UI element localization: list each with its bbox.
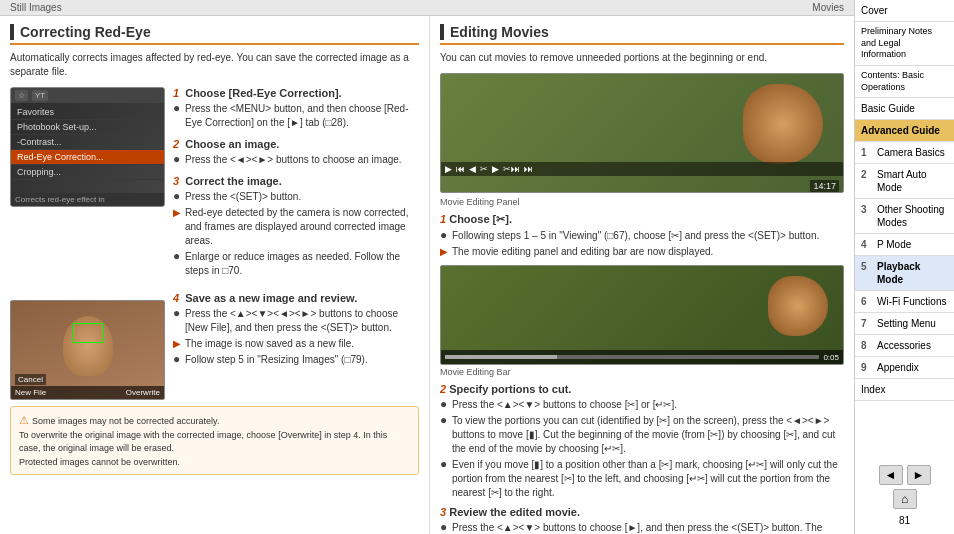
camera-tab2: YT [32,90,48,101]
movie-time-top: 14:17 [810,180,839,192]
movie-bar-track [445,355,819,359]
sidebar-cover-label: Cover [861,5,888,16]
redeye-correction-image: New File Overwrite Cancel [10,300,165,400]
sidebar-item-contents[interactable]: Contents: Basic Operations [855,66,954,98]
sidebar-item-advanced-guide[interactable]: Advanced Guide [855,120,954,142]
label-new-file: New File [15,388,46,397]
steps-1-3: 1 Choose [Red-Eye Correction]. ● Press t… [173,87,419,286]
sidebar-footer: ◄ ► ⌂ 81 [855,459,954,534]
menu-item-redeye: Red-Eye Correction... [11,150,164,165]
next-arrow-icon: ► [913,468,925,482]
sidebar-item-basic-guide[interactable]: Basic Guide [855,98,954,120]
step-4-bullet-3: ● Follow step 5 in "Resizing Images" (□7… [173,353,419,367]
right-step-3: 3 Review the edited movie. ● Press the <… [440,506,844,534]
content-area: Correcting Red-Eye Automatically correct… [0,16,854,534]
movie-bar-progress [445,355,557,359]
right-title-text: Editing Movies [450,24,549,40]
banner-still-images: Still Images [10,2,62,13]
left-subtitle: Automatically corrects images affected b… [10,51,419,79]
sidebar-item-smart-auto[interactable]: 2 Smart Auto Mode [855,164,954,199]
step-1: 1 Choose [Red-Eye Correction]. ● Press t… [173,87,419,130]
right-step-1-title: Choose [✂]. [449,213,512,225]
movie-editing-panel-image: ▶ ⏮ ◀ ✂ ▶ ✂⏭ ⏭ 14:17 [440,73,844,193]
movie-bar-bottom: 0:05 [441,350,843,364]
sidebar-item-wifi[interactable]: 6 Wi-Fi Functions [855,291,954,313]
redeye-label-bar: New File Overwrite [11,386,164,399]
warning-line-1: ⚠Some images may not be corrected accura… [19,412,410,429]
menu-item-contrast: -Contrast... [11,135,164,150]
sidebar-accessories-label: Accessories [877,339,931,352]
prev-page-button[interactable]: ◄ [879,465,903,485]
step-2-num: 2 [173,138,179,150]
step4-area: New File Overwrite Cancel 4 Save as a ne… [10,292,419,400]
sidebar-item-prelim[interactable]: Preliminary Notes and Legal Information [855,22,954,66]
sidebar-playback-label: Playback Mode [877,260,948,286]
sidebar-index-label: Index [861,384,885,395]
nav-buttons: ◄ ► [879,465,931,485]
top-banner: Still Images Movies [0,0,854,16]
sidebar-item-appendix[interactable]: 9 Appendix [855,357,954,379]
bullet-dot: ● [173,153,181,167]
bullet-dot: ● [173,353,181,367]
r2-text3: Even if you move [▮] to a position other… [452,458,844,500]
camera-ui-header: ☆ YT [11,88,164,103]
right-step-2-header: 2 Specify portions to cut. [440,383,844,395]
bullet-dot: ● [173,250,181,278]
warning-icon: ⚠ [19,414,29,426]
movie-controls-bar: ▶ ⏮ ◀ ✂ ▶ ✂⏭ ⏭ [441,162,843,176]
home-button[interactable]: ⌂ [893,489,917,509]
prev-arrow-icon: ◄ [885,468,897,482]
prev-icon: ◀ [469,164,476,174]
sidebar-item-accessories[interactable]: 8 Accessories [855,335,954,357]
rewind-icon: ⏮ [456,164,465,174]
sidebar-advguide-label: Advanced Guide [861,125,940,136]
step-2: 2 Choose an image. ● Press the <◄><►> bu… [173,138,419,167]
sidebar-item-cover[interactable]: Cover [855,0,954,22]
step-4-text-1: Press the <▲><▼><◄><►> buttons to choose… [185,307,419,335]
arrow-icon: ▶ [173,337,181,351]
step-3-text-1: Press the <(SET)> button. [185,190,301,204]
camera-ui-image: ☆ YT Favorites Photobook Set-up... -Cont… [10,87,165,207]
bullet-dot: ● [440,458,448,500]
right-step-1-num: 1 [440,213,449,225]
movie-editing-bar-image: 0:05 [440,265,844,365]
sidebar-appendix-label: Appendix [877,361,919,374]
sidebar-smart-auto-label: Smart Auto Mode [877,168,948,194]
r1-text1: Following steps 1 – 5 in "Viewing" (□67)… [452,229,819,243]
next-page-button[interactable]: ► [907,465,931,485]
sidebar-item-settings[interactable]: 7 Setting Menu [855,313,954,335]
warning-line-3: Protected images cannot be overwritten. [19,456,410,470]
right-subtitle: You can cut movies to remove unneeded po… [440,51,844,65]
bullet-dot: ● [440,414,448,456]
sidebar-item-p-mode[interactable]: 4 P Mode [855,234,954,256]
title-bar-right-icon [440,24,444,40]
step-3-text-3: Enlarge or reduce images as needed. Foll… [185,250,419,278]
step-1-title: Choose [Red-Eye Correction]. [185,87,341,99]
step-4-col: 4 Save as a new image and review. ● Pres… [173,292,419,400]
sidebar-item-camera-basics[interactable]: 1 Camera Basics [855,142,954,164]
page-number: 81 [897,513,912,528]
sidebar-basicguide-label: Basic Guide [861,103,915,114]
sidebar-num-6: 6 [861,295,873,308]
right-step-1: 1 Choose [✂]. ● Following steps 1 – 5 in… [440,213,844,259]
sidebar-item-index[interactable]: Index [855,379,954,401]
left-panel: Correcting Red-Eye Automatically correct… [0,16,430,534]
sidebar-num-9: 9 [861,361,873,374]
right-step-3-num: 3 [440,506,449,518]
warning-line-2: To overwrite the original image with the… [19,429,410,456]
bullet-dot: ● [173,307,181,335]
sidebar-item-other-shooting[interactable]: 3 Other Shooting Modes [855,199,954,234]
sidebar-camera-basics-label: Camera Basics [877,146,945,159]
step-3-title: Correct the image. [185,175,282,187]
sidebar-num-3: 3 [861,203,873,216]
sidebar-item-playback[interactable]: 5 Playback Mode [855,256,954,291]
label-overwrite: Overwrite [126,388,160,397]
arrow-icon: ▶ [173,206,181,248]
right-step-2: 2 Specify portions to cut. ● Press the <… [440,383,844,500]
warning-box: ⚠Some images may not be corrected accura… [10,406,419,475]
step-2-bullet-1: ● Press the <◄><►> buttons to choose an … [173,153,419,167]
sidebar-pmode-label: P Mode [877,238,911,251]
camera-menu: Favorites Photobook Set-up... -Contrast.… [11,103,164,193]
bullet-dot: ● [440,521,448,534]
right-step-1-b2: ▶ The movie editing panel and editing ba… [440,245,844,259]
